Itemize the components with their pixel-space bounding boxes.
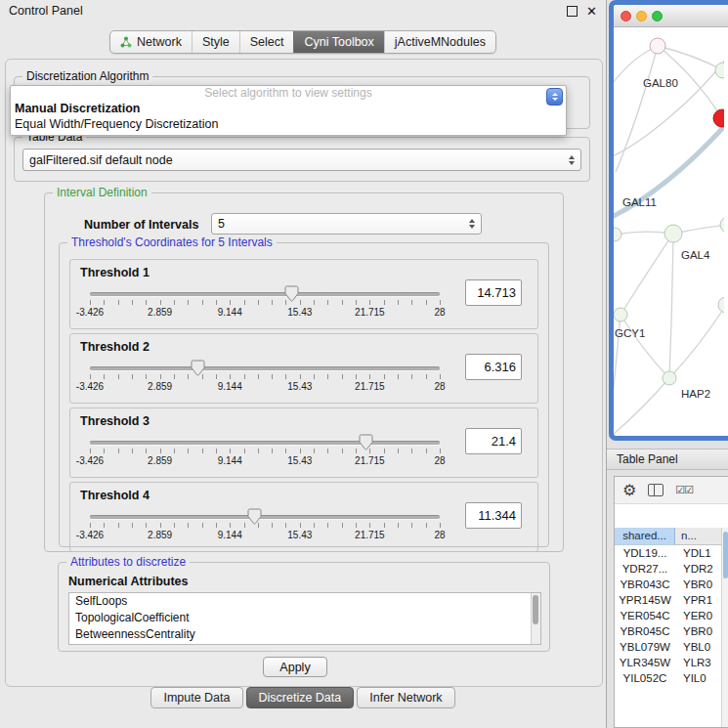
network-node[interactable]: [715, 63, 724, 78]
dropdown-option-manual-discretization[interactable]: Manual Discretization: [11, 101, 566, 116]
numerical-attributes-list[interactable]: SelfLoopsTopologicalCoefficientBetweenne…: [68, 592, 541, 645]
network-edge[interactable]: [669, 305, 724, 378]
cell-shared-name[interactable]: YPR145W: [615, 592, 675, 608]
network-edge[interactable]: [614, 378, 669, 434]
scrollbar[interactable]: [531, 593, 540, 644]
slider-thumb[interactable]: [247, 508, 262, 525]
number-of-intervals-combo[interactable]: 5: [211, 213, 482, 235]
table-scrollbar-thumb[interactable]: [723, 532, 728, 578]
slider-track[interactable]: [90, 515, 440, 519]
tab-select[interactable]: Select: [239, 31, 294, 53]
columns-icon[interactable]: [648, 484, 664, 496]
minimize-traffic-light-icon[interactable]: [636, 11, 647, 21]
cell-shared-name[interactable]: YER054C: [615, 608, 675, 623]
network-node[interactable]: [718, 297, 724, 313]
slider-thumb[interactable]: [191, 360, 205, 376]
slider-scale-labels: -3.4262.8599.14415.4321.71528: [84, 530, 453, 541]
tab-cyni-toolbox[interactable]: Cyni Toolbox: [293, 31, 383, 53]
attribute-list-item[interactable]: TopologicalCoefficient: [69, 610, 540, 626]
threshold-slider[interactable]: -3.4262.8599.14415.4321.71528: [84, 506, 453, 549]
slider-track[interactable]: [90, 441, 440, 445]
cell-name[interactable]: YIL0: [675, 670, 728, 686]
close-icon[interactable]: ✕: [586, 5, 597, 18]
scale-tick-label: 15.43: [287, 381, 312, 392]
apply-button[interactable]: Apply: [263, 657, 327, 677]
cell-name[interactable]: YDL1: [675, 545, 728, 561]
attribute-list-item[interactable]: BetweennessCentrality: [69, 626, 540, 643]
cell-shared-name[interactable]: YBR043C: [615, 577, 675, 592]
zoom-traffic-light-icon[interactable]: [652, 11, 663, 21]
table-row[interactable]: YLR345WYLR3: [615, 655, 728, 670]
cell-shared-name[interactable]: YDL19...: [615, 545, 675, 561]
selected-node-red[interactable]: [713, 109, 724, 127]
table-row[interactable]: YBR043CYBR0: [615, 577, 728, 592]
cell-name[interactable]: YBL0: [675, 639, 728, 655]
tab-impute-data[interactable]: Impute Data: [150, 687, 242, 708]
scrollbar-thumb[interactable]: [533, 595, 538, 624]
node-gal4[interactable]: [664, 225, 682, 242]
combo-stepper-icon[interactable]: [546, 88, 563, 106]
column-header-shared-name[interactable]: shared...: [615, 528, 675, 545]
table-data-combo[interactable]: galFiltered.sif default node: [22, 149, 581, 171]
network-edge[interactable]: [658, 46, 723, 70]
checkbox-icons[interactable]: ☑☑: [675, 484, 693, 496]
node-gal80[interactable]: [650, 38, 665, 54]
table-browser-window: ⚙ ☑☑ shared... n... YDL19...YDL1YDR27...…: [614, 476, 728, 728]
network-canvas[interactable]: GAL80GAL11GAL4GCY1HAP2: [614, 27, 724, 436]
node-gcy1[interactable]: [614, 308, 627, 321]
threshold-slider[interactable]: -3.4262.8599.14415.4321.71528: [84, 432, 453, 475]
attributes-group: Attributes to discretize Numerical Attri…: [58, 562, 550, 652]
network-node[interactable]: [614, 228, 621, 241]
cell-name[interactable]: YBR0: [675, 577, 728, 592]
column-header-name[interactable]: n...: [675, 528, 728, 545]
threshold-value-field[interactable]: [465, 279, 522, 306]
tab-jactivemnodules[interactable]: jActiveMNodules: [384, 31, 495, 53]
tab-network[interactable]: Network: [110, 31, 192, 53]
tab-label: Infer Network: [369, 691, 442, 705]
tab-style[interactable]: Style: [192, 31, 239, 53]
slider-thumb[interactable]: [284, 285, 299, 302]
threshold-slider[interactable]: -3.4262.8599.14415.4321.71528: [84, 358, 453, 401]
network-edge[interactable]: [616, 46, 658, 172]
threshold-slider[interactable]: -3.4262.8599.14415.4321.71528: [84, 283, 453, 326]
cell-shared-name[interactable]: YLR345W: [615, 655, 675, 670]
network-node[interactable]: [720, 217, 724, 233]
cell-shared-name[interactable]: YIL052C: [615, 670, 675, 686]
tab-label: Select: [250, 35, 284, 49]
cell-name[interactable]: YBR0: [675, 623, 728, 639]
slider-track[interactable]: [90, 366, 440, 370]
table-row[interactable]: YDR27...YDR2: [615, 561, 728, 577]
float-window-icon[interactable]: [567, 6, 578, 17]
cell-name[interactable]: YLR3: [675, 655, 728, 670]
node-hap2[interactable]: [663, 371, 676, 385]
cell-name[interactable]: YDR2: [675, 561, 728, 577]
algorithm-combo-row[interactable]: Select algorithm to view settings: [11, 86, 566, 101]
dropdown-option-equal-width-frequency[interactable]: Equal Width/Frequency Discretization: [11, 116, 566, 132]
table-row[interactable]: YIL052CYIL0: [615, 670, 728, 686]
table-row[interactable]: YBL079WYBL0: [615, 639, 728, 655]
slider-track[interactable]: [90, 292, 440, 296]
slider-thumb[interactable]: [359, 434, 373, 450]
close-traffic-light-icon[interactable]: [621, 11, 631, 21]
cell-name[interactable]: YER0: [675, 608, 728, 623]
network-edge[interactable]: [621, 234, 673, 315]
network-edge[interactable]: [621, 315, 669, 378]
cell-shared-name[interactable]: YDR27...: [615, 561, 675, 577]
tab-discretize-data[interactable]: Discretize Data: [246, 687, 355, 708]
gear-icon[interactable]: ⚙: [622, 483, 636, 498]
threshold-value-field[interactable]: [465, 428, 522, 454]
threshold-value-field[interactable]: [465, 502, 522, 529]
network-edge[interactable]: [669, 234, 673, 378]
table-row[interactable]: YER054CYER0: [615, 608, 728, 623]
cell-shared-name[interactable]: YBR045C: [615, 623, 675, 639]
threshold-value-field[interactable]: [465, 354, 522, 380]
table-row[interactable]: YPR145WYPR1: [615, 592, 728, 608]
table-row[interactable]: YDL19...YDL1: [615, 545, 728, 561]
scale-tick-label: 2.859: [148, 530, 172, 540]
cell-name[interactable]: YPR1: [675, 592, 728, 608]
table-row[interactable]: YBR045CYBR0: [615, 623, 728, 639]
table-scrollbar[interactable]: [721, 528, 728, 727]
tab-infer-network[interactable]: Infer Network: [357, 687, 454, 708]
cell-shared-name[interactable]: YBL079W: [615, 639, 675, 655]
attribute-list-item[interactable]: SelfLoops: [69, 593, 540, 610]
